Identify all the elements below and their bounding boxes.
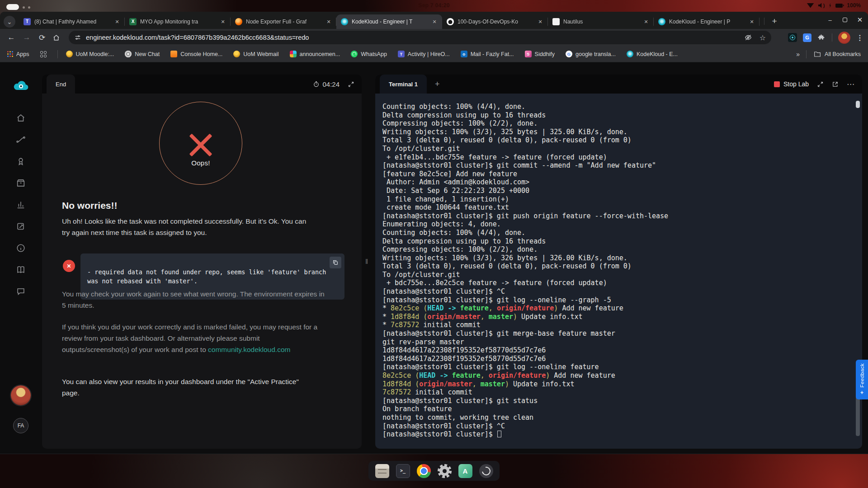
tab-close-icon[interactable]: ✕ — [748, 18, 756, 26]
open-in-new-icon[interactable] — [832, 81, 839, 88]
browser-tab[interactable]: Nautilus✕ — [548, 14, 654, 29]
apps-label: Apps — [16, 51, 29, 57]
terminal-line: [feature 8e2c5ce] Add new feature — [382, 170, 668, 178]
new-terminal-button[interactable]: + — [435, 80, 440, 89]
whatsapp-icon — [351, 51, 358, 57]
system-clock[interactable]: Sep 7 04:20 — [0, 2, 868, 9]
terminal-cursor — [497, 431, 501, 437]
user-initials-badge[interactable]: FA — [13, 418, 28, 433]
maximize-button[interactable] — [841, 16, 849, 23]
terminal-line: [natasha@ststor01 cluster]$ — [382, 430, 668, 439]
community-link[interactable]: community.kodekloud.com — [208, 346, 290, 353]
sidebar-item-home[interactable] — [16, 113, 26, 123]
browser-tab[interactable]: T(8) Chat | Fathhy Ahamed✕ — [19, 14, 125, 29]
react-devtools-icon[interactable] — [788, 33, 797, 42]
bookmark-item[interactable]: oMail - Fazly Fat... — [461, 51, 514, 57]
terminal-line: Writing objects: 100% (3/3), 325 bytes |… — [382, 128, 668, 136]
bookmark-item[interactable]: SSiddhify — [525, 51, 555, 57]
sidebar-item-book[interactable] — [16, 265, 26, 275]
tab-close-icon[interactable]: ✕ — [219, 18, 227, 26]
dock-store-icon[interactable]: A — [458, 464, 472, 478]
tab-close-icon[interactable]: ✕ — [113, 18, 121, 26]
terminal-line: Counting objects: 100% (4/4), done. — [382, 103, 668, 111]
back-button[interactable]: ← — [7, 33, 15, 42]
sidebar-item-box[interactable] — [16, 178, 26, 188]
translate-extension-icon[interactable]: G — [803, 33, 811, 42]
extensions-puzzle-icon[interactable] — [817, 33, 826, 42]
bookmark-item[interactable]: WhatsApp — [351, 51, 387, 57]
close-button[interactable]: ✕ — [856, 16, 863, 23]
timer-value: 04:24 — [322, 80, 340, 88]
task-result-panel: End 04:24 Oops! No worries!! Uh oh! Look… — [42, 75, 362, 449]
tab-search-button[interactable]: ⌄ — [4, 16, 15, 28]
expand-icon[interactable] — [817, 81, 824, 88]
charging-icon — [829, 3, 831, 8]
browser-menu-icon[interactable]: ⋮ — [856, 33, 863, 42]
bookmark-item[interactable]: UoM Webmail — [233, 51, 278, 57]
sidebar-item-chart[interactable] — [16, 200, 26, 210]
tab-close-icon[interactable]: ✕ — [325, 18, 333, 26]
browser-tab[interactable]: KodeKloud - Engineer | P✕ — [654, 14, 760, 29]
dock-chrome-icon[interactable] — [417, 464, 431, 478]
terminal-line: On branch feature — [382, 405, 668, 413]
dock-settings-icon[interactable] — [438, 464, 452, 478]
panel-resize-handle[interactable]: ‖ — [365, 258, 368, 265]
tab-close-icon[interactable]: ✕ — [430, 18, 439, 26]
sidebar-item-route[interactable] — [16, 135, 26, 145]
toolbar-divider — [832, 33, 832, 42]
copy-button[interactable] — [330, 257, 341, 268]
browser-tab[interactable]: 100-Days-Of-DevOps-Ko✕ — [442, 14, 548, 29]
bookmark-item[interactable]: announcemen... — [290, 51, 340, 57]
home-button[interactable] — [52, 34, 61, 42]
bookmark-item[interactable]: KodeKloud - E... — [627, 51, 678, 57]
terminal-line: Total 3 (delta 0), reused 0 (delta 0), p… — [382, 262, 668, 271]
dock-files-icon[interactable] — [375, 464, 389, 478]
feedback-tab[interactable]: Feedback + — [856, 360, 868, 399]
end-tab[interactable]: End — [47, 75, 75, 94]
tab-title: KodeKloud - Engineer | T — [352, 19, 429, 25]
bookmarks-divider — [806, 50, 807, 58]
bookmark-item[interactable]: TActivity | HireO... — [398, 51, 450, 57]
bookmarks-overflow-chevron[interactable]: » — [796, 51, 799, 58]
bookmark-item[interactable]: UoM Moodle:... — [66, 51, 114, 57]
sidebar-item-chat[interactable] — [16, 286, 26, 296]
profile-avatar[interactable] — [838, 32, 850, 44]
bookmark-star-icon[interactable]: ☆ — [760, 33, 766, 42]
sidebar-item-info[interactable] — [16, 243, 26, 253]
github-favicon — [447, 18, 454, 25]
system-tray[interactable]: ) 100% — [807, 2, 861, 9]
minimize-button[interactable]: – — [826, 16, 834, 23]
kodekloud-logo[interactable] — [12, 79, 29, 92]
new-tab-button[interactable]: + — [769, 15, 780, 27]
terminal-screen[interactable]: Counting objects: 100% (4/4), done.Delta… — [375, 94, 862, 449]
eye-off-icon[interactable] — [744, 33, 752, 42]
terminal-tab[interactable]: Terminal 1 — [380, 75, 427, 94]
dock-extensions-icon[interactable] — [479, 464, 493, 478]
sidebar-item-edit[interactable] — [16, 221, 26, 231]
forward-button[interactable]: → — [23, 33, 31, 42]
reload-button[interactable]: ⟳ — [38, 33, 46, 42]
bookmark-item[interactable]: Console Home... — [170, 51, 222, 57]
tab-groups-icon[interactable] — [40, 51, 47, 57]
bookmark-item[interactable]: New Chat — [125, 51, 160, 57]
all-bookmarks-button[interactable]: All Bookmarks — [814, 51, 861, 57]
url-text[interactable]: engineer.kodekloud.com/task?id=6807867b3… — [86, 34, 309, 41]
browser-tab[interactable]: Node Exporter Full - Graf✕ — [231, 14, 336, 29]
scrollbar-top-segment[interactable] — [856, 101, 860, 108]
teams-favicon: T — [24, 18, 31, 25]
browser-tab[interactable]: XMYO App Monitoring tra✕ — [125, 14, 231, 29]
tune-icon[interactable] — [74, 34, 81, 41]
expand-icon[interactable] — [348, 81, 354, 88]
stop-lab-button[interactable]: Stop Lab — [774, 80, 809, 88]
tab-close-icon[interactable]: ✕ — [536, 18, 544, 26]
user-avatar[interactable] — [11, 385, 31, 405]
bookmark-item[interactable]: Ggoogle transla... — [566, 51, 616, 57]
dock-terminal-icon[interactable]: >_ — [396, 464, 410, 478]
terminal-menu-icon[interactable]: ⋯ — [847, 80, 855, 89]
omnibox[interactable]: engineer.kodekloud.com/task?id=6807867b3… — [69, 31, 771, 44]
tab-close-icon[interactable]: ✕ — [642, 18, 650, 26]
apps-shortcut[interactable]: Apps — [7, 51, 29, 57]
wifi-icon — [807, 3, 814, 8]
browser-tab[interactable]: KodeKloud - Engineer | T✕ — [336, 14, 442, 29]
sidebar-item-medal[interactable] — [16, 156, 26, 166]
